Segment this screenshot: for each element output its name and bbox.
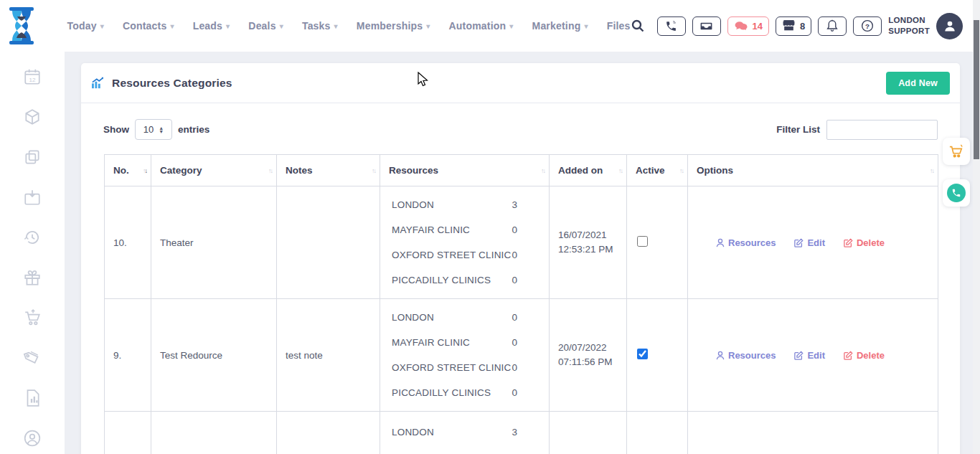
nav-item-tasks[interactable]: Tasks▾ xyxy=(302,20,338,32)
resources-link[interactable]: Resources xyxy=(716,350,776,361)
resource-line: PICCADILLY CLINICS0 xyxy=(392,380,549,405)
phone-icon xyxy=(951,188,961,198)
history-icon[interactable] xyxy=(23,228,42,247)
store-icon xyxy=(782,20,796,32)
chevron-down-icon: ▾ xyxy=(584,22,588,30)
app-logo[interactable] xyxy=(0,6,42,45)
question-icon: ? xyxy=(861,19,874,32)
resources-categories-card: Resources Categories Add New Show 10 ▲▼ … xyxy=(81,63,960,454)
cell-active xyxy=(627,299,688,412)
table-header-row: No.↑↓ Category↑↓ Notes↑↓ Resources↑↓ Add… xyxy=(105,155,938,186)
resource-line: MAYFAIR CLINIC0 xyxy=(392,330,549,355)
phone-calls-button[interactable] xyxy=(657,16,686,36)
notifications-button[interactable] xyxy=(818,16,847,36)
active-checkbox[interactable] xyxy=(637,236,648,247)
resources-categories-table: No.↑↓ Category↑↓ Notes↑↓ Resources↑↓ Add… xyxy=(104,154,938,454)
resource-line: PICCADILLY CLINICS0 xyxy=(392,268,549,293)
floating-phone-button[interactable] xyxy=(943,179,970,207)
delete-link[interactable]: Delete xyxy=(844,237,885,248)
inbox-button[interactable] xyxy=(692,16,721,36)
search-icon[interactable] xyxy=(631,19,645,33)
scrollbar-thumb[interactable] xyxy=(974,20,979,159)
archive-in-icon[interactable] xyxy=(23,188,42,207)
chat-messages-button[interactable]: 14 xyxy=(727,16,769,36)
resource-line: MAYFAIR CLINIC0 xyxy=(392,445,549,454)
cell-category: Theater xyxy=(151,186,277,299)
column-header-active[interactable]: Active↑↓ xyxy=(627,155,688,186)
main-content: Resources Categories Add New Show 10 ▲▼ … xyxy=(65,52,973,454)
phone-icon xyxy=(665,20,677,32)
cell-category xyxy=(151,412,277,454)
delete-icon xyxy=(844,238,853,247)
nav-label: Automation xyxy=(449,20,507,32)
user-name-line2: SUPPORT xyxy=(888,26,930,37)
help-button[interactable]: ? xyxy=(853,16,882,36)
cell-options xyxy=(688,412,938,454)
calendar-icon[interactable]: 12 xyxy=(23,67,42,86)
table-row: 9. Test Redource test note LONDON0 MAYFA… xyxy=(105,299,938,412)
nav-label: Leads xyxy=(193,20,222,32)
nav-label: Deals xyxy=(248,20,275,32)
entries-label: entries xyxy=(178,124,209,135)
cell-added-on: 20/07/202207:11:56 PM xyxy=(550,299,627,412)
nav-item-leads[interactable]: Leads▾ xyxy=(193,20,230,32)
cell-category: Test Redource xyxy=(151,299,277,412)
page-title: Resources Categories xyxy=(112,77,232,90)
column-header-resources[interactable]: Resources↑↓ xyxy=(380,155,550,186)
user-avatar[interactable] xyxy=(936,13,963,39)
cell-notes: test note xyxy=(277,299,380,412)
edit-link[interactable]: Edit xyxy=(794,350,825,361)
nav-item-today[interactable]: Today▾ xyxy=(67,20,103,32)
chevron-down-icon: ▾ xyxy=(334,22,338,30)
resource-line: LONDON3 xyxy=(392,192,549,217)
cell-notes xyxy=(277,412,380,454)
floating-cart-button[interactable] xyxy=(943,138,970,165)
tags-icon[interactable] xyxy=(20,346,44,369)
cell-resources: LONDON3 MAYFAIR CLINIC0 OXFORD STREET CL… xyxy=(380,186,550,299)
chevron-down-icon: ▾ xyxy=(509,22,513,30)
resource-line: LONDON0 xyxy=(392,305,549,330)
nav-item-deals[interactable]: Deals▾ xyxy=(248,20,283,32)
column-header-added-on[interactable]: Added on↑↓ xyxy=(550,155,627,186)
nav-item-files[interactable]: Files xyxy=(607,20,631,32)
column-header-no[interactable]: No.↑↓ xyxy=(105,155,151,186)
inbox-icon xyxy=(699,21,713,32)
store-button[interactable]: 8 xyxy=(776,16,811,36)
cell-options: Resources Edit Delete xyxy=(688,299,938,412)
resource-line: MAYFAIR CLINIC0 xyxy=(392,217,549,242)
column-header-notes[interactable]: Notes↑↓ xyxy=(277,155,380,186)
cart-icon[interactable] xyxy=(23,308,42,327)
cell-no: 9. xyxy=(105,299,151,412)
add-new-button[interactable]: Add New xyxy=(886,72,950,95)
sort-icon: ↑↓ xyxy=(930,167,933,174)
filter-label: Filter List xyxy=(776,124,820,135)
filter-input[interactable] xyxy=(826,120,938,140)
column-header-options[interactable]: Options↑↓ xyxy=(688,155,938,186)
page-size-select[interactable]: 10 ▲▼ xyxy=(135,119,172,140)
cell-added-on xyxy=(550,412,627,454)
nav-item-automation[interactable]: Automation▾ xyxy=(449,20,514,32)
edit-link[interactable]: Edit xyxy=(794,237,825,248)
nav-item-memberships[interactable]: Memberships▾ xyxy=(357,20,430,32)
gift-icon[interactable] xyxy=(23,268,42,287)
table-controls: Show 10 ▲▼ entries Filter List xyxy=(81,103,960,153)
column-header-category[interactable]: Category↑↓ xyxy=(151,155,277,186)
phone-circle-icon xyxy=(947,184,966,202)
nav-label: Files xyxy=(607,20,631,32)
copy-icon[interactable] xyxy=(23,148,42,166)
cell-resources: LONDON0 MAYFAIR CLINIC0 OXFORD STREET CL… xyxy=(380,299,550,412)
nav-item-marketing[interactable]: Marketing▾ xyxy=(532,20,588,32)
active-checkbox[interactable] xyxy=(637,349,648,359)
svg-text:12: 12 xyxy=(29,77,36,83)
nav-item-contacts[interactable]: Contacts▾ xyxy=(123,20,174,32)
table-row: 10. Theater LONDON3 MAYFAIR CLINIC0 OXFO… xyxy=(105,186,938,299)
show-label: Show xyxy=(103,124,129,135)
account-icon[interactable] xyxy=(23,429,42,448)
resources-link[interactable]: Resources xyxy=(716,237,776,248)
cube-icon[interactable] xyxy=(23,108,42,126)
delete-link[interactable]: Delete xyxy=(844,350,885,361)
nav-label: Today xyxy=(67,20,96,32)
left-sidebar: 12 xyxy=(0,52,65,454)
report-icon[interactable] xyxy=(23,389,42,407)
user-name-line1: LONDON xyxy=(888,15,930,26)
